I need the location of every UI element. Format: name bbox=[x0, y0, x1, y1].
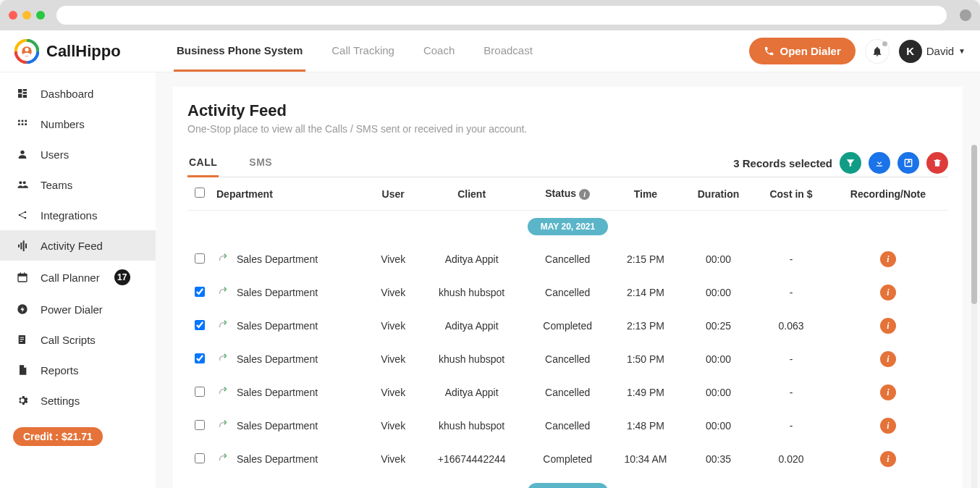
col-department: Department bbox=[212, 177, 369, 211]
row-checkbox[interactable] bbox=[195, 420, 205, 430]
svg-rect-13 bbox=[25, 120, 27, 122]
inner-tab-sms[interactable]: SMS bbox=[248, 149, 274, 177]
row-checkbox[interactable] bbox=[195, 387, 205, 397]
scrollbar-thumb[interactable] bbox=[971, 145, 977, 304]
status-cell: Cancelled bbox=[526, 342, 609, 376]
sidebar-item-numbers[interactable]: Numbers bbox=[0, 109, 156, 139]
sidebar-item-call-scripts[interactable]: Call Scripts bbox=[0, 324, 156, 355]
info-button[interactable]: i bbox=[880, 451, 896, 467]
profile-icon[interactable] bbox=[960, 9, 971, 21]
dept-label: Sales Department bbox=[237, 320, 318, 332]
top-tab-broadcast[interactable]: Broadcast bbox=[481, 31, 536, 72]
sidebar-item-label: Power Dialer bbox=[41, 303, 103, 316]
info-button[interactable]: i bbox=[880, 251, 896, 267]
inner-tab-call[interactable]: CALL bbox=[187, 149, 219, 177]
notification-badge bbox=[882, 41, 887, 46]
svg-rect-12 bbox=[22, 120, 24, 122]
user-cell: Vivek bbox=[369, 376, 417, 409]
cost-cell: - bbox=[754, 243, 828, 276]
phone-icon bbox=[764, 46, 774, 56]
duration-cell: 00:00 bbox=[683, 342, 754, 376]
sidebar-item-reports[interactable]: Reports bbox=[0, 355, 156, 385]
delete-button[interactable] bbox=[926, 152, 948, 174]
avatar: K bbox=[899, 40, 922, 63]
credit-pill[interactable]: Credit : $21.71 bbox=[13, 427, 103, 446]
sidebar-item-integrations[interactable]: Integrations bbox=[0, 200, 156, 230]
time-cell: 2:14 PM bbox=[609, 276, 683, 309]
sidebar-item-dashboard[interactable]: Dashboard bbox=[0, 78, 156, 109]
row-checkbox[interactable] bbox=[195, 320, 205, 330]
sidebar-item-activity-feed[interactable]: Activity Feed bbox=[0, 230, 156, 261]
sidebar-item-label: Integrations bbox=[41, 209, 97, 222]
dept-label: Sales Department bbox=[237, 387, 318, 398]
teams-icon bbox=[16, 178, 29, 191]
browser-chrome bbox=[0, 0, 980, 30]
info-button[interactable]: i bbox=[880, 351, 896, 367]
row-checkbox[interactable] bbox=[195, 453, 205, 463]
duration-cell: 00:25 bbox=[683, 309, 754, 342]
svg-rect-16 bbox=[25, 123, 27, 125]
notifications-button[interactable] bbox=[866, 40, 889, 63]
status-info-icon[interactable]: i bbox=[579, 189, 590, 200]
calendar-icon bbox=[16, 271, 29, 284]
cost-cell: 0.063 bbox=[754, 309, 828, 342]
top-tab-coach[interactable]: Coach bbox=[421, 31, 457, 72]
row-checkbox[interactable] bbox=[195, 353, 205, 363]
svg-point-19 bbox=[23, 181, 26, 184]
sidebar-item-label: Activity Feed bbox=[41, 240, 103, 252]
row-checkbox[interactable] bbox=[195, 253, 205, 264]
sidebar-item-call-planner[interactable]: Call Planner17 bbox=[0, 261, 156, 294]
time-cell: 1:49 PM bbox=[609, 376, 683, 409]
svg-rect-8 bbox=[23, 92, 27, 94]
export-button[interactable] bbox=[897, 152, 919, 174]
top-tab-call-tracking[interactable]: Call Tracking bbox=[329, 31, 397, 72]
settings-icon bbox=[16, 394, 29, 407]
table-row[interactable]: Sales DepartmentVivekkhush hubspotCancel… bbox=[187, 342, 948, 376]
download-button[interactable] bbox=[869, 152, 890, 174]
info-button[interactable]: i bbox=[880, 318, 896, 334]
page-title: Activity Feed bbox=[187, 101, 948, 120]
trash-icon bbox=[932, 158, 942, 168]
top-tabs: Business Phone SystemCall TrackingCoachB… bbox=[174, 31, 536, 72]
info-button[interactable]: i bbox=[880, 418, 896, 434]
table-row[interactable]: Sales DepartmentVivek+16674442244Complet… bbox=[187, 442, 948, 476]
top-tab-business-phone-system[interactable]: Business Phone System bbox=[174, 31, 305, 72]
filter-button[interactable] bbox=[840, 152, 861, 174]
table-row[interactable]: Sales DepartmentVivekAditya AppitCancell… bbox=[187, 376, 948, 409]
sidebar-item-users[interactable]: Users bbox=[0, 139, 156, 169]
logo[interactable]: CallHippo bbox=[14, 39, 159, 64]
svg-rect-11 bbox=[18, 120, 20, 122]
table-row[interactable]: Sales DepartmentVivekAditya AppitCancell… bbox=[187, 243, 948, 276]
svg-rect-29 bbox=[20, 272, 21, 274]
svg-rect-23 bbox=[18, 245, 20, 248]
info-button[interactable]: i bbox=[880, 384, 896, 400]
user-cell: Vivek bbox=[369, 276, 417, 309]
dashboard-icon bbox=[16, 87, 29, 100]
svg-point-17 bbox=[20, 151, 24, 154]
duration-cell: 00:35 bbox=[683, 442, 754, 476]
row-checkbox[interactable] bbox=[195, 287, 205, 297]
close-icon[interactable] bbox=[9, 11, 17, 20]
sidebar-item-power-dialer[interactable]: Power Dialer bbox=[0, 294, 156, 324]
dept-label: Sales Department bbox=[237, 453, 318, 465]
svg-rect-10 bbox=[23, 95, 27, 98]
table-row[interactable]: Sales DepartmentVivekkhush hubspotCancel… bbox=[187, 276, 948, 309]
table-row[interactable]: Sales DepartmentVivekAditya AppitComplet… bbox=[187, 309, 948, 342]
integrations-icon bbox=[16, 209, 29, 222]
user-name: David bbox=[926, 45, 954, 57]
maximize-icon[interactable] bbox=[36, 11, 45, 20]
user-menu[interactable]: K David ▼ bbox=[899, 40, 966, 63]
select-all-checkbox[interactable] bbox=[195, 188, 205, 198]
sidebar-item-settings[interactable]: Settings bbox=[0, 385, 156, 416]
open-dialer-button[interactable]: Open Dialer bbox=[749, 38, 856, 64]
col-time: Time bbox=[609, 177, 683, 211]
client-cell: khush hubspot bbox=[417, 409, 526, 442]
time-cell: 1:50 PM bbox=[609, 342, 683, 376]
url-bar[interactable] bbox=[56, 6, 947, 25]
info-button[interactable]: i bbox=[880, 285, 896, 300]
minimize-icon[interactable] bbox=[22, 11, 31, 20]
sidebar-item-teams[interactable]: Teams bbox=[0, 169, 156, 200]
table-row[interactable]: Sales DepartmentVivekkhush hubspotCancel… bbox=[187, 409, 948, 442]
user-icon bbox=[16, 148, 29, 161]
scrollbar[interactable] bbox=[971, 145, 977, 488]
